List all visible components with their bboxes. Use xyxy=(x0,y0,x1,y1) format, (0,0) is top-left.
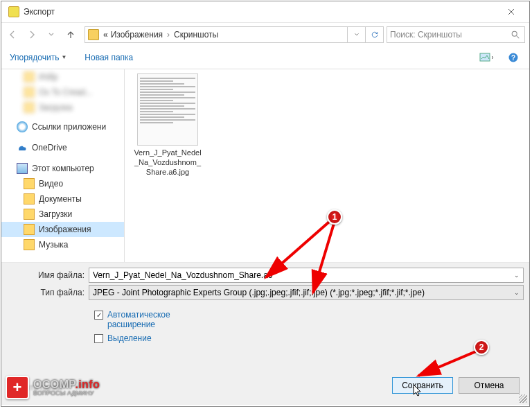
svg-point-0 xyxy=(512,31,517,36)
folder-icon xyxy=(88,29,99,40)
watermark: + OCOMP.info ВОПРОСЫ АДМИНУ xyxy=(6,376,100,399)
checkbox-icon xyxy=(94,334,103,343)
file-list[interactable]: Vern_J_Pyat_Nedel_Na_Vozdushnom_Share.a6… xyxy=(125,69,529,262)
sidebar-item-app-links[interactable]: Ссылки приложени xyxy=(1,119,124,134)
chevron-down-icon[interactable]: ⌄ xyxy=(514,289,520,296)
forward-button[interactable] xyxy=(22,25,42,44)
close-icon xyxy=(508,8,515,15)
toolbar: Упорядочить▼ Новая папка ? xyxy=(1,46,529,69)
refresh-icon xyxy=(371,31,379,39)
sidebar-item-thispc[interactable]: Этот компьютер xyxy=(1,161,124,176)
link-icon xyxy=(17,121,28,132)
help-icon: ? xyxy=(508,52,519,63)
file-name: Vern_J_Pyat_Nedel_Na_Vozdushnom_Share.a6… xyxy=(133,148,202,177)
cancel-button[interactable]: Отмена xyxy=(459,377,520,394)
sidebar: Избр Os To Cread... Загрузка Ссылки прил… xyxy=(1,69,125,262)
breadcrumb-item[interactable]: Скриншоты xyxy=(172,30,220,40)
chevron-right-icon: › xyxy=(164,30,172,40)
breadcrumb-item[interactable]: Изображения xyxy=(109,30,164,40)
callout-1: 1 xyxy=(327,209,342,225)
sidebar-item-pictures[interactable]: Изображения xyxy=(1,222,124,237)
filename-value: Vern_J_Pyat_Nedel_Na_Vozdushnom_Share.a6 xyxy=(93,270,273,280)
selection-checkbox[interactable]: Выделение xyxy=(94,333,524,343)
auto-extension-checkbox[interactable]: ✓ Автоматическое расширение xyxy=(94,310,524,329)
search-placeholder: Поиск: Скриншоты xyxy=(390,30,462,40)
sidebar-item-video[interactable]: Видео xyxy=(1,176,124,191)
chevron-down-icon xyxy=(48,31,55,38)
onedrive-icon xyxy=(17,142,28,153)
arrow-left-icon xyxy=(7,29,18,40)
app-icon xyxy=(8,6,19,17)
file-item[interactable]: Vern_J_Pyat_Nedel_Na_Vozdushnom_Share.a6… xyxy=(133,73,202,177)
svg-text:?: ? xyxy=(511,54,515,62)
address-bar[interactable]: « Изображения › Скриншоты xyxy=(85,26,384,43)
search-icon xyxy=(511,30,520,40)
pc-icon xyxy=(17,163,28,174)
body: Избр Os To Cread... Загрузка Ссылки прил… xyxy=(1,69,529,262)
filename-label: Имя файла: xyxy=(7,270,89,280)
file-thumbnail xyxy=(137,73,198,146)
view-options-button[interactable] xyxy=(475,49,499,67)
folder-icon xyxy=(24,239,35,250)
filetype-label: Тип файла: xyxy=(7,288,89,297)
up-button[interactable] xyxy=(61,25,80,44)
newfolder-button[interactable]: Новая папка xyxy=(80,50,137,65)
folder-icon xyxy=(24,224,35,235)
chevron-down-icon xyxy=(354,32,360,37)
sidebar-item-documents[interactable]: Документы xyxy=(1,191,124,207)
nav-row: « Изображения › Скриншоты Поиск: Скриншо… xyxy=(1,22,529,46)
folder-icon xyxy=(24,178,35,189)
sidebar-item-blur[interactable]: Os To Cread... xyxy=(1,85,124,100)
organize-menu[interactable]: Упорядочить▼ xyxy=(6,50,71,65)
folder-icon xyxy=(24,193,35,204)
chevron-down-icon[interactable]: ⌄ xyxy=(514,272,520,279)
breadcrumb-pre: « xyxy=(102,30,109,40)
watermark-badge: + xyxy=(6,376,29,399)
filetype-select[interactable]: JPEG - Joint Photographic Experts Group … xyxy=(89,285,524,300)
titlebar: Экспорт xyxy=(1,1,529,22)
arrow-up-icon xyxy=(65,29,76,40)
search-input[interactable]: Поиск: Скриншоты xyxy=(387,26,525,43)
recent-button[interactable] xyxy=(42,25,61,44)
address-dropdown[interactable] xyxy=(347,27,365,42)
sidebar-item-onedrive[interactable]: OneDrive xyxy=(1,140,124,155)
callout-2: 2 xyxy=(474,340,489,355)
sidebar-item-blur[interactable]: Загрузка xyxy=(1,100,124,115)
folder-icon xyxy=(24,209,35,220)
sidebar-item-downloads[interactable]: Загрузки xyxy=(1,207,124,222)
checkbox-icon: ✓ xyxy=(94,311,103,320)
export-dialog: Экспорт « Изображения › Скриншоты Поиск:… xyxy=(1,1,530,407)
sidebar-item-blur[interactable]: Избр xyxy=(1,69,124,85)
picture-view-icon xyxy=(479,52,495,63)
help-button[interactable]: ? xyxy=(502,49,525,67)
save-button[interactable]: Сохранить xyxy=(392,377,453,394)
sidebar-item-music[interactable]: Музыка xyxy=(1,237,124,252)
back-button[interactable] xyxy=(3,25,22,44)
filename-input[interactable]: Vern_J_Pyat_Nedel_Na_Vozdushnom_Share.a6… xyxy=(89,268,524,283)
window-title: Экспорт xyxy=(24,7,496,17)
close-button[interactable] xyxy=(496,2,526,21)
resize-grip[interactable] xyxy=(519,394,527,403)
refresh-button[interactable] xyxy=(365,27,383,42)
filetype-value: JPEG - Joint Photographic Experts Group … xyxy=(93,288,425,297)
arrow-right-icon xyxy=(26,29,37,40)
